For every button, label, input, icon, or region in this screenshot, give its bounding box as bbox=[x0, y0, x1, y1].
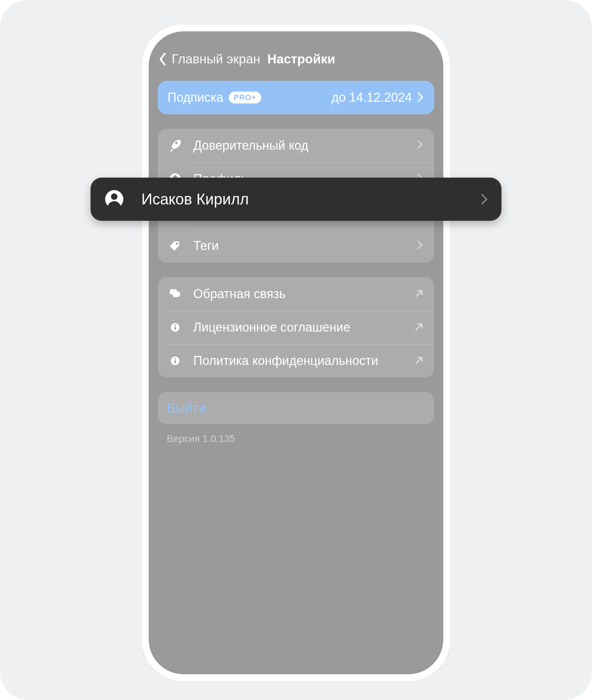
svg-rect-8 bbox=[174, 327, 176, 330]
person-circle-icon bbox=[104, 189, 125, 210]
chevron-right-icon bbox=[417, 240, 424, 252]
svg-rect-5 bbox=[173, 291, 180, 297]
logout-label: Выйти bbox=[167, 401, 206, 416]
pro-badge: PRO+ bbox=[229, 92, 261, 103]
chevron-left-icon bbox=[158, 52, 167, 66]
external-link-icon bbox=[414, 356, 424, 366]
phone-frame: Главный экран Настройки Подписка PRO+ до… bbox=[141, 24, 451, 682]
row-license[interactable]: Лицензионное соглашение bbox=[158, 311, 434, 344]
row-label: Обратная связь bbox=[193, 287, 414, 301]
chevron-right-icon bbox=[417, 92, 424, 103]
profile-overlay-row[interactable]: Исаков Кирилл bbox=[91, 178, 501, 221]
rocket-icon bbox=[168, 138, 183, 153]
page-title: Настройки bbox=[267, 52, 335, 67]
tag-icon bbox=[168, 238, 183, 254]
info-group: Обратная связь Лицензионное соглашение П… bbox=[158, 277, 434, 378]
row-label: Лицензионное соглашение bbox=[193, 320, 414, 335]
subscription-label: Подписка bbox=[168, 90, 223, 105]
row-privacy[interactable]: Политика конфиденциальности bbox=[158, 344, 434, 378]
svg-point-7 bbox=[174, 325, 176, 326]
subscription-row[interactable]: Подписка PRO+ до 14.12.2024 bbox=[158, 81, 434, 114]
external-link-icon bbox=[414, 289, 424, 299]
row-label: Доверительный код bbox=[193, 138, 417, 153]
stage: Главный экран Настройки Подписка PRO+ до… bbox=[0, 0, 592, 700]
svg-point-3 bbox=[176, 243, 178, 245]
row-feedback[interactable]: Обратная связь bbox=[158, 277, 434, 311]
version-label: Версия 1.0.135 bbox=[158, 432, 434, 444]
svg-point-10 bbox=[174, 358, 176, 359]
chat-icon bbox=[168, 286, 183, 302]
header: Главный экран Настройки bbox=[158, 52, 434, 81]
screen: Главный экран Настройки Подписка PRO+ до… bbox=[149, 31, 443, 674]
row-label: Теги bbox=[193, 239, 417, 253]
row-label: Политика конфиденциальности bbox=[193, 353, 414, 368]
breadcrumb-back-label[interactable]: Главный экран bbox=[172, 52, 260, 67]
info-icon bbox=[168, 353, 183, 368]
chevron-right-icon bbox=[481, 193, 488, 205]
svg-rect-11 bbox=[174, 360, 176, 364]
chevron-right-icon bbox=[417, 140, 424, 151]
profile-name: Исаков Кирилл bbox=[141, 190, 481, 208]
external-link-icon bbox=[414, 322, 424, 333]
row-tags[interactable]: Теги bbox=[158, 229, 434, 263]
logout-button[interactable]: Выйти bbox=[158, 392, 434, 424]
back-button[interactable] bbox=[158, 52, 168, 67]
svg-point-13 bbox=[111, 193, 118, 200]
info-icon bbox=[168, 320, 183, 335]
subscription-until: до 14.12.2024 bbox=[332, 90, 412, 105]
row-trust-code[interactable]: Доверительный код bbox=[158, 129, 434, 162]
